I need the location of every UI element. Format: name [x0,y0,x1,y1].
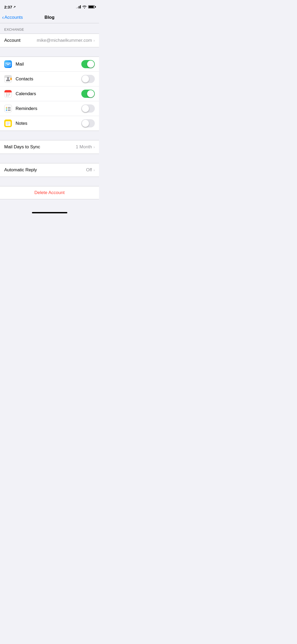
notes-icon [4,119,12,127]
svg-rect-25 [8,107,11,108]
calendars-row: Calendars [0,86,99,101]
back-label: Accounts [4,15,23,20]
mail-toggle[interactable] [81,60,95,68]
reminders-label: Reminders [16,106,81,111]
svg-point-20 [6,96,7,96]
svg-rect-0 [4,60,12,68]
status-icons [76,5,95,8]
toggles-group: Mail [0,57,99,131]
back-chevron-icon: ‹ [2,15,4,20]
back-button[interactable]: ‹ Accounts [2,15,23,20]
home-bar [32,212,67,213]
mail-row: Mail [0,57,99,71]
notes-app-icon [4,119,12,127]
page-title: Blog [45,15,55,20]
calendars-icon [4,90,12,97]
reminders-icon [4,105,12,112]
contacts-label: Contacts [16,76,81,82]
contacts-toggle-knob [82,75,89,82]
auto-reply-label: Automatic Reply [4,167,86,173]
contacts-row: Contacts [0,71,99,86]
svg-point-21 [8,96,8,96]
svg-point-7 [7,77,9,79]
auto-reply-row[interactable]: Automatic Reply Off › [0,163,99,177]
svg-point-16 [9,93,10,94]
wifi-icon [82,5,87,8]
gap-4 [0,177,99,186]
gap-1 [0,47,99,57]
svg-point-15 [8,93,8,94]
calendars-toggle[interactable] [81,90,95,98]
mail-app-icon [4,60,12,68]
svg-rect-13 [4,91,12,93]
mail-days-group: Mail Days to Sync 1 Month › [0,140,99,154]
signal-icon [76,5,81,8]
page: 2:37 ↗ ‹ Accounts Blog [0,0,99,215]
mail-toggle-knob [87,61,94,68]
mail-days-label: Mail Days to Sync [4,144,76,150]
mail-days-chevron-icon: › [93,145,95,149]
svg-rect-27 [8,109,11,109]
auto-reply-group: Automatic Reply Off › [0,163,99,177]
delete-account-button[interactable]: Delete Account [0,186,99,199]
bottom-spacer [0,199,99,210]
svg-point-18 [8,95,8,95]
nav-bar: ‹ Accounts Blog [0,12,99,23]
notes-toggle[interactable] [81,119,95,127]
notes-row: Notes [0,116,99,131]
svg-point-24 [6,107,7,108]
mail-label: Mail [16,62,81,67]
account-group: Account mike@michaelkummer.com › [0,34,99,47]
mail-days-row[interactable]: Mail Days to Sync 1 Month › [0,140,99,154]
account-label: Account [4,38,37,43]
contacts-icon [4,75,12,83]
location-icon: ↗ [13,5,16,9]
home-indicator [0,210,99,215]
auto-reply-value: Off [86,167,92,173]
reminders-toggle[interactable] [81,104,95,113]
svg-point-19 [9,95,10,95]
account-row[interactable]: Account mike@michaelkummer.com › [0,34,99,47]
gap-3 [0,154,99,163]
svg-rect-33 [6,123,10,124]
delete-account-label: Delete Account [34,190,64,195]
svg-point-14 [6,93,7,94]
calendars-label: Calendars [16,91,81,96]
reminders-row: Reminders [0,101,99,116]
exchange-section-header: EXCHANGE [0,23,99,34]
reminders-toggle-knob [82,105,89,112]
battery-icon [88,5,95,8]
svg-rect-22 [4,105,12,112]
auto-reply-chevron-icon: › [93,168,95,172]
account-value: mike@michaelkummer.com [37,38,92,43]
svg-rect-8 [10,78,12,80]
mail-icon [4,60,12,68]
mail-days-value: 1 Month [76,144,92,150]
reminders-app-icon [4,105,12,112]
contacts-toggle[interactable] [81,75,95,83]
svg-rect-29 [8,110,11,111]
calendars-toggle-knob [87,90,94,97]
contacts-app-icon [4,75,12,83]
gap-2 [0,131,99,140]
svg-point-26 [6,108,7,109]
svg-point-28 [6,110,7,111]
calendars-app-icon [4,90,12,98]
status-time: 2:37 ↗ [4,5,16,9]
svg-point-17 [6,95,7,95]
svg-rect-34 [6,124,9,125]
time-display: 2:37 [4,5,12,9]
svg-rect-32 [6,122,10,123]
notes-label: Notes [16,121,81,126]
account-chevron-icon: › [93,38,95,43]
status-bar: 2:37 ↗ [0,0,99,12]
notes-toggle-knob [82,120,89,127]
